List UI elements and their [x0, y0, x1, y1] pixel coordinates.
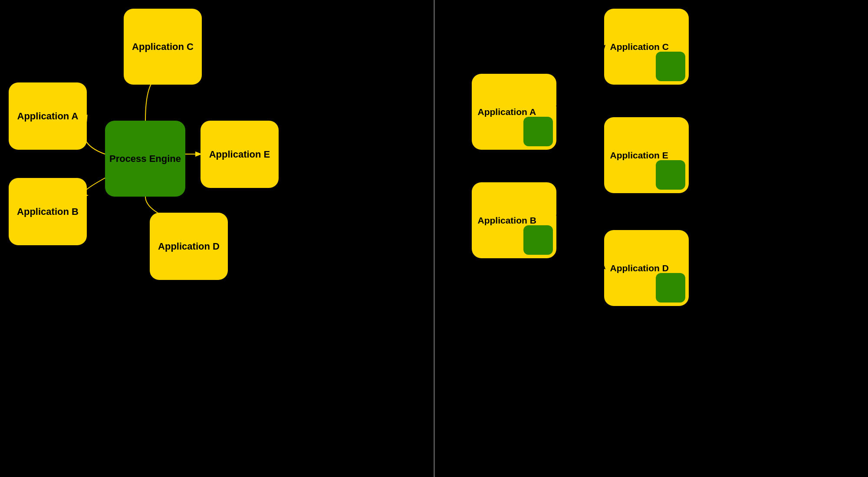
- right-app-b: Application B: [472, 182, 556, 258]
- left-app-b: Application B: [9, 178, 87, 245]
- left-app-d-label: Application D: [158, 241, 220, 252]
- diagram-container: Application A Application B Application …: [0, 0, 868, 477]
- right-app-d-green: [656, 273, 685, 303]
- right-app-a-green: [523, 117, 553, 146]
- left-process-engine-label: Process Engine: [109, 153, 181, 164]
- right-app-e: Application E: [604, 117, 689, 193]
- left-app-c: Application C: [124, 9, 202, 85]
- right-app-a: Application A: [472, 74, 556, 150]
- right-app-e-green: [656, 160, 685, 190]
- right-app-e-label: Application E: [610, 150, 668, 161]
- right-app-b-green: [523, 225, 553, 255]
- left-process-engine: Process Engine: [105, 121, 185, 197]
- left-app-c-label: Application C: [132, 41, 194, 53]
- right-app-d: Application D: [604, 230, 689, 306]
- right-app-b-label: Application B: [478, 215, 536, 226]
- left-app-e-label: Application E: [209, 149, 270, 160]
- right-app-a-label: Application A: [478, 107, 536, 117]
- left-app-a: Application A: [9, 82, 87, 150]
- left-app-e: Application E: [201, 121, 279, 188]
- right-app-c: Application C: [604, 9, 689, 85]
- left-app-a-label: Application A: [17, 111, 79, 122]
- left-app-b-label: Application B: [17, 206, 79, 217]
- right-app-d-label: Application D: [610, 263, 669, 273]
- left-panel: Application A Application B Application …: [0, 0, 434, 477]
- svg-line-1: [556, 215, 604, 268]
- right-panel: Application A Application B Application …: [435, 0, 868, 477]
- right-app-c-green: [656, 52, 685, 81]
- right-app-c-label: Application C: [610, 42, 669, 52]
- left-app-d: Application D: [150, 213, 228, 280]
- svg-line-0: [556, 46, 604, 106]
